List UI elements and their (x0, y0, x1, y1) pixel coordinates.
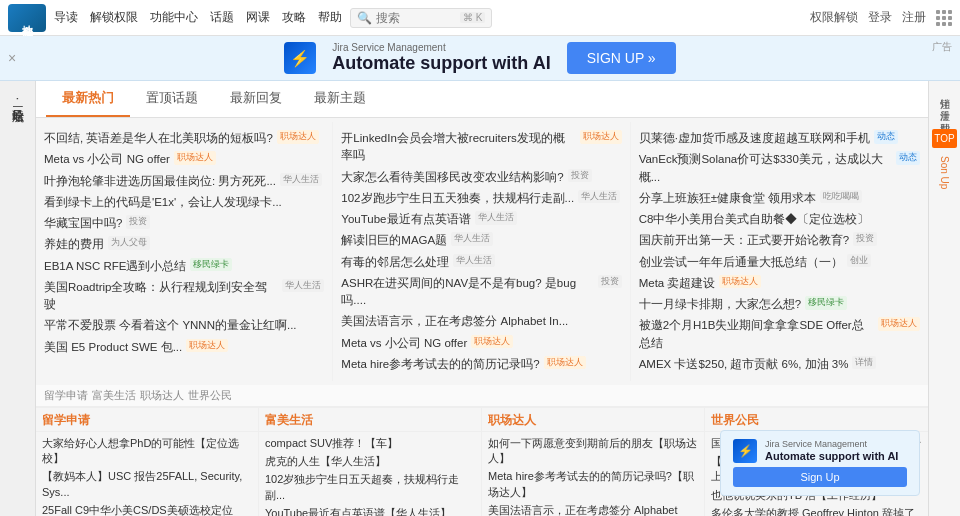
list-item[interactable]: 华藏宝国中吗? 投资 (44, 213, 324, 234)
list-item[interactable]: Meta hire参考考试去的的简历记录吗?【职场达人】 (488, 468, 698, 502)
nav-link-register[interactable]: 注册 (902, 9, 926, 26)
list-item[interactable]: 美国Roadtrip全攻略：从行程规划到安全驾驶 华人生活 (44, 277, 324, 316)
nav-link-wangke[interactable]: 网课 (246, 9, 270, 26)
list-item[interactable]: compact SUV推荐！【车】 (265, 434, 475, 452)
nav-link-huati[interactable]: 话题 (210, 9, 234, 26)
tab-latest-topic[interactable]: 最新主题 (298, 81, 382, 117)
post-tag: 移民绿卡 (190, 258, 232, 272)
post-tag: 职场达人 (471, 335, 513, 349)
list-item[interactable]: 美国法语言示，正在考虑签分 Alphabet In... (341, 311, 621, 332)
list-item[interactable]: 不回结, 英语差是华人在北美职场的短板吗? 职场达人 (44, 128, 324, 149)
nav-link-gongneng[interactable]: 功能中心 (150, 9, 198, 26)
list-item[interactable]: 国庆前开出第一天：正式要开始论教育? 投资 (639, 230, 920, 251)
list-item[interactable]: 养娃的费用 为人父母 (44, 234, 324, 255)
floating-signup-button[interactable]: Sign Up (733, 467, 907, 487)
list-item[interactable]: 解读旧巨的MAGA题 华人生活 (341, 230, 621, 251)
list-item[interactable]: 分享上班族狂±健康食堂 领用求本 吃吃喝喝 (639, 188, 920, 209)
ad-text: Jira Service Management Automate support… (332, 42, 550, 74)
nav-link-gonglue[interactable]: 攻略 (282, 9, 306, 26)
post-tag: 职场达人 (719, 275, 761, 289)
post-tag: 移民绿卡 (805, 296, 847, 310)
breadcrumb-fumei[interactable]: 富美生活 (92, 388, 136, 403)
sidebar-item-zhuxiao[interactable]: 注销 (938, 85, 952, 97)
list-item[interactable]: 贝莱德·虚加货币感及速度超越互联网和手机 动态 (639, 128, 920, 149)
section-posts-liuxue: 大家给好心人想拿PhD的可能性【定位选校】 【教妈本人】USC 报告25FALL… (36, 432, 258, 516)
search-area[interactable]: 🔍 ⌘ K (350, 8, 492, 28)
list-item[interactable]: ASHR在进买周间的NAV是不是有bug? 是bug吗.... 投资 (341, 273, 621, 312)
tab-latest-reply[interactable]: 最新回复 (214, 81, 298, 117)
list-item[interactable]: 叶挣泡轮肇非进选历国最佳岗位: 男方死死... 华人生活 (44, 171, 324, 192)
search-shortcut: ⌘ K (460, 12, 485, 23)
grid-menu-icon[interactable] (936, 10, 952, 26)
list-item[interactable]: 十一月绿卡排期，大家怎么想? 移民绿卡 (639, 294, 920, 315)
col-liuxue: 留学申请 大家给好心人想拿PhD的可能性【定位选校】 【教妈本人】USC 报告2… (36, 408, 259, 516)
list-item[interactable]: 虎克的人生【华人生活】 (265, 452, 475, 470)
sidebar-item-bangzhu[interactable]: 帮助 (938, 109, 952, 121)
list-item[interactable]: 大家怎么看待美国移民改变农业结构影响? 投资 (341, 167, 621, 188)
list-item[interactable]: 美国 E5 Product SWE 包... 职场达人 (44, 337, 324, 358)
list-item[interactable]: Meta vs 小公司 NG offer 职场达人 (341, 333, 621, 354)
list-item[interactable]: 大家给好心人想拿PhD的可能性【定位选校】 (42, 434, 252, 468)
right-nav: 权限解锁 登录 注册 (810, 9, 952, 26)
list-item[interactable]: Meta hire参考考试去的的简历记录吗? 职场达人 (341, 354, 621, 375)
list-item[interactable]: YouTube最近有点英语谱【华人生活】 (265, 505, 475, 516)
ad-close-button[interactable]: × (8, 50, 16, 66)
son-up-label[interactable]: Son Up (939, 156, 950, 189)
list-item[interactable]: VanEck预测Solana价可达$330美元，达成以大概... 动态 (639, 149, 920, 188)
list-item[interactable]: 创业尝试一年年后通量大抵总结（一） 创业 (639, 252, 920, 273)
post-tag: 动态 (896, 151, 920, 165)
list-item[interactable]: AMEX 卡送$250, 超市贡献 6%, 加油 3% 详情 (639, 354, 920, 375)
post-tag: 投资 (568, 169, 592, 183)
search-input[interactable] (376, 11, 456, 25)
ad-banner-top: × ⚡ Jira Service Management Automate sup… (0, 36, 960, 81)
list-item[interactable]: 看到绿卡上的代码是'E1x'，会让人发现绿卡... (44, 192, 324, 213)
nav-link-jiesuo[interactable]: 解锁权限 (90, 9, 138, 26)
list-item[interactable]: YouTube最近有点英语谱 华人生活 (341, 209, 621, 230)
list-item[interactable]: 多伦多大学的教授 Geoffrey Hinton 辞掉了多... (711, 505, 922, 516)
sidebar-item-zhuce[interactable]: 注册 (938, 97, 952, 109)
breadcrumb-shijie[interactable]: 世界公民 (188, 388, 232, 403)
tab-hot[interactable]: 最新热门 (46, 81, 130, 117)
nav-link-quanxian[interactable]: 权限解锁 (810, 9, 858, 26)
post-tag: 创业 (847, 254, 871, 268)
section-title-fumei: 富美生活 (259, 408, 481, 432)
list-item[interactable]: 【教妈本人】USC 报告25FALL, Security, Sys... (42, 468, 252, 502)
post-tag: 华人生活 (451, 232, 493, 246)
site-logo[interactable]: 高分地 (8, 4, 46, 32)
list-item[interactable]: 如何一下两愿意变到期前后的朋友【职场达人】 (488, 434, 698, 468)
logo-area: 高分地 (8, 4, 46, 32)
list-item[interactable]: 美国法语言示，正在考虑签分 Alphabet In... (488, 502, 698, 516)
nav-link-daodu[interactable]: 导读 (54, 9, 78, 26)
right-sidebar: 注销 注册 帮助 TOP Son Up (928, 81, 960, 516)
post-tag: 职场达人 (580, 130, 622, 144)
post-tag: 为人父母 (108, 236, 150, 250)
list-item[interactable]: 被邀2个月H1B失业期间拿拿拿SDE Offer总总结 职场达人 (639, 315, 920, 354)
sidebar-item-three[interactable]: 三·论坛导航 (8, 89, 27, 108)
top-button[interactable]: TOP (932, 129, 956, 148)
nav-link-login[interactable]: 登录 (868, 9, 892, 26)
nav-link-bangzhu[interactable]: 帮助 (318, 9, 342, 26)
list-item[interactable]: EB1A NSC RFE遇到小总结 移民绿卡 (44, 256, 324, 277)
hot-posts-col1: 不回结, 英语差是华人在北美职场的短板吗? 职场达人 Meta vs 小公司 N… (36, 122, 333, 381)
section-posts-fumei: compact SUV推荐！【车】 虎克的人生【华人生活】 102岁独步宁生日五… (259, 432, 481, 516)
breadcrumb-zhichang[interactable]: 职场达人 (140, 388, 184, 403)
list-item[interactable]: 102岁跑步宁生日五天独奏，扶规杩行走副... 华人生活 (341, 188, 621, 209)
list-item[interactable]: 有毒的邻居怎么处理 华人生活 (341, 252, 621, 273)
list-item[interactable]: 25Fall C9中华小美CS/DS美硕选校定位【定位选校】 (42, 502, 252, 516)
tab-top[interactable]: 置顶话题 (130, 81, 214, 117)
list-item[interactable]: C8中华小美用台美式自助餐◆〔定位选校〕 (639, 209, 920, 230)
breadcrumb-liuxue[interactable]: 留学申请 (44, 388, 88, 403)
post-tag: 职场达人 (174, 151, 216, 165)
signup-button[interactable]: SIGN UP » (567, 42, 676, 74)
post-tag: 华人生活 (280, 173, 322, 187)
post-tag: 华人生活 (578, 190, 620, 204)
list-item[interactable]: Meta 卖超建设 职场达人 (639, 273, 920, 294)
left-sidebar: 三·论坛导航 (0, 81, 36, 516)
floating-ad: ⚡ Jira Service Management Automate suppo… (720, 430, 920, 496)
ad-mark: 广告 (932, 40, 952, 54)
list-item[interactable]: 开LinkedIn会员会增大被recruiters发现的概率吗 职场达人 (341, 128, 621, 167)
section-posts-zhichang: 如何一下两愿意变到期前后的朋友【职场达人】 Meta hire参考考试去的的简历… (482, 432, 704, 516)
list-item[interactable]: 102岁独步宁生日五天超奏，扶规杩行走副... (265, 471, 475, 505)
list-item[interactable]: Meta vs 小公司 NG offer 职场达人 (44, 149, 324, 170)
list-item[interactable]: 平常不爱股票 今看着这个 YNNN的量金让红啊... (44, 315, 324, 336)
